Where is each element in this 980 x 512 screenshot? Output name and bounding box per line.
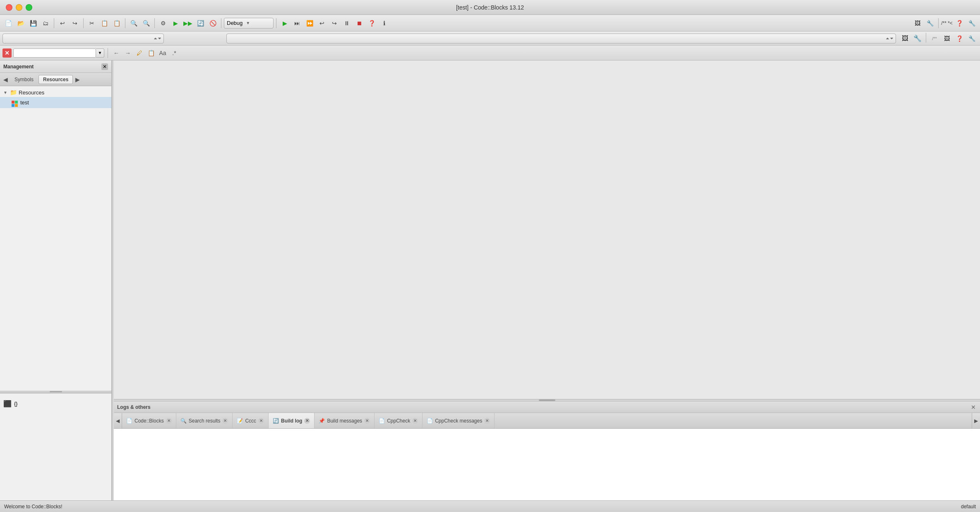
management-next-arrow[interactable]: ▶ bbox=[74, 75, 82, 84]
settings-button[interactable]: 🔧 bbox=[966, 17, 978, 29]
maximize-button[interactable] bbox=[26, 4, 32, 11]
bottom-icon-braces[interactable]: {} bbox=[14, 401, 18, 407]
symbol-path-input[interactable]: ⏶⏷ bbox=[226, 34, 896, 43]
help-button[interactable]: ❓ bbox=[954, 17, 965, 29]
window-title: [test] - Code::Blocks 13.12 bbox=[456, 4, 524, 11]
search-scope-button[interactable]: 📋 bbox=[146, 48, 156, 58]
debug-stepout-button[interactable]: ↩ bbox=[316, 17, 328, 29]
log-tab-cccc[interactable]: 📝 Cccc ✕ bbox=[233, 413, 269, 428]
management-panel: Management ✕ ◀ Symbols Resources ▶ ▼ 📁 R… bbox=[0, 60, 112, 500]
tree-item-label: test bbox=[20, 99, 29, 106]
comment-button[interactable]: /** *< bbox=[941, 17, 953, 29]
search-highlight-button[interactable]: 🖊 bbox=[135, 48, 144, 58]
find-replace-button[interactable]: 🔍 bbox=[140, 17, 152, 29]
build-config-select[interactable]: Debug ▼ bbox=[224, 18, 274, 29]
logs-next-button[interactable]: ▶ bbox=[972, 413, 980, 428]
buildmessages-close[interactable]: ✕ bbox=[364, 418, 370, 424]
search-close-button[interactable]: ✕ bbox=[2, 48, 12, 58]
debug-more-button[interactable]: ℹ bbox=[378, 17, 390, 29]
close-button[interactable] bbox=[6, 4, 12, 11]
search-regex-button[interactable]: .* bbox=[169, 48, 179, 58]
debug-info-button[interactable]: ❓ bbox=[366, 17, 377, 29]
codeblocks-icon: 📄 bbox=[126, 418, 132, 424]
log-tab-buildmessages[interactable]: 📌 Build messages ✕ bbox=[315, 413, 375, 428]
separator-7 bbox=[938, 18, 939, 28]
management-close-button[interactable]: ✕ bbox=[101, 63, 108, 70]
log-tab-buildlog[interactable]: 🔄 Build log ✕ bbox=[269, 413, 315, 428]
management-header: Management ✕ bbox=[0, 60, 111, 73]
tree-area: ▼ 📁 Resources test bbox=[0, 86, 111, 391]
toolbar2-btn4[interactable]: 🖼 bbox=[941, 33, 953, 44]
save-button[interactable]: 💾 bbox=[27, 17, 39, 29]
buildlog-close[interactable]: ✕ bbox=[304, 418, 310, 424]
file-path-input[interactable]: ⏶⏷ bbox=[2, 34, 164, 43]
stop-button[interactable]: 🚫 bbox=[207, 17, 219, 29]
rebuild-button[interactable]: 🔄 bbox=[195, 17, 206, 29]
debug-stepover-button[interactable]: ↪ bbox=[329, 17, 340, 29]
search-case-button[interactable]: Aa bbox=[158, 48, 168, 58]
log-tab-codeblocks[interactable]: 📄 Code::Blocks ✕ bbox=[122, 413, 176, 428]
log-tab-cppcheckmessages[interactable]: 📄 CppCheck messages ✕ bbox=[423, 413, 495, 428]
search-input[interactable] bbox=[13, 48, 96, 58]
toolbar2-btn5[interactable]: ❓ bbox=[954, 33, 965, 44]
logs-prev-button[interactable]: ◀ bbox=[114, 413, 122, 428]
separator-3 bbox=[125, 18, 125, 28]
bottom-icon-square[interactable]: ⬛ bbox=[3, 400, 12, 408]
cppcheckmessages-close[interactable]: ✕ bbox=[484, 418, 490, 424]
open-file-button[interactable]: 📂 bbox=[15, 17, 26, 29]
build-button[interactable]: ⚙ bbox=[157, 17, 169, 29]
search-next-button[interactable]: → bbox=[123, 48, 133, 58]
cut-button[interactable]: ✂ bbox=[86, 17, 98, 29]
build-run-button[interactable]: ▶▶ bbox=[182, 17, 194, 29]
cppcheck-close[interactable]: ✕ bbox=[412, 418, 418, 424]
searchresults-label: Search results bbox=[189, 418, 221, 424]
find-button[interactable]: 🔍 bbox=[128, 17, 139, 29]
searchresults-close[interactable]: ✕ bbox=[222, 418, 228, 424]
titlebar: [test] - Code::Blocks 13.12 bbox=[0, 0, 980, 15]
tree-expand-icon: ▼ bbox=[3, 90, 8, 95]
plugins-button[interactable]: 🔧 bbox=[924, 17, 936, 29]
logs-header: Logs & others ✕ bbox=[114, 401, 980, 413]
redo-button[interactable]: ↪ bbox=[69, 17, 81, 29]
toolbar2-btn6[interactable]: 🔧 bbox=[966, 33, 978, 44]
window-controls bbox=[6, 4, 32, 11]
buildlog-icon: 🔄 bbox=[273, 418, 279, 424]
codeblocks-close[interactable]: ✕ bbox=[166, 418, 172, 424]
tree-root[interactable]: ▼ 📁 Resources bbox=[0, 88, 111, 97]
search-dropdown[interactable]: ▼ bbox=[96, 48, 104, 58]
separator-6 bbox=[276, 18, 276, 28]
run-button[interactable]: ▶ bbox=[170, 17, 181, 29]
new-file-button[interactable]: 📄 bbox=[2, 17, 14, 29]
log-tab-searchresults[interactable]: 🔍 Search results ✕ bbox=[176, 413, 233, 428]
undo-button[interactable]: ↩ bbox=[57, 17, 68, 29]
editor-logs-resize[interactable] bbox=[114, 399, 980, 401]
log-tab-cppcheck[interactable]: 📄 CppCheck ✕ bbox=[375, 413, 423, 428]
management-tree-top: ▼ 📁 Resources test bbox=[0, 86, 111, 391]
save-all-button[interactable]: 🗂 bbox=[40, 17, 51, 29]
debug-step-button[interactable]: ⏩ bbox=[304, 17, 315, 29]
management-prev-arrow[interactable]: ◀ bbox=[2, 75, 10, 84]
tree-item-test[interactable]: test bbox=[0, 97, 111, 108]
toolbar2-btn1[interactable]: 🖼 bbox=[899, 33, 911, 44]
paste-button[interactable]: 📋 bbox=[111, 17, 122, 29]
editor-area[interactable] bbox=[114, 60, 980, 399]
tab-resources[interactable]: Resources bbox=[38, 75, 73, 84]
debug-pause-button[interactable]: ⏸ bbox=[341, 17, 353, 29]
logs-tabs: ◀ 📄 Code::Blocks ✕ 🔍 Search results ✕ 📝 … bbox=[114, 413, 980, 429]
copy-button[interactable]: 📋 bbox=[98, 17, 110, 29]
toolbar2-btn3[interactable]: /** bbox=[929, 33, 940, 44]
editor-panel: Logs & others ✕ ◀ 📄 Code::Blocks ✕ 🔍 Sea… bbox=[114, 60, 980, 500]
debug-stop-button[interactable]: ⏹ bbox=[353, 17, 365, 29]
toolbar2-btn2[interactable]: 🔧 bbox=[912, 33, 923, 44]
tab-symbols[interactable]: Symbols bbox=[10, 75, 38, 84]
search-bar: ✕ ▼ ← → 🖊 📋 Aa .* bbox=[0, 46, 980, 60]
minimize-button[interactable] bbox=[16, 4, 22, 11]
resource-editor-button[interactable]: 🖼 bbox=[912, 17, 923, 29]
tree-item-icon bbox=[12, 98, 19, 107]
debug-next-button[interactable]: ⏭ bbox=[291, 17, 303, 29]
logs-close-button[interactable]: ✕ bbox=[970, 404, 977, 411]
logs-content[interactable] bbox=[114, 429, 980, 500]
cccc-close[interactable]: ✕ bbox=[258, 418, 264, 424]
search-prev-button[interactable]: ← bbox=[111, 48, 121, 58]
debug-run-button[interactable]: ▶ bbox=[279, 17, 291, 29]
